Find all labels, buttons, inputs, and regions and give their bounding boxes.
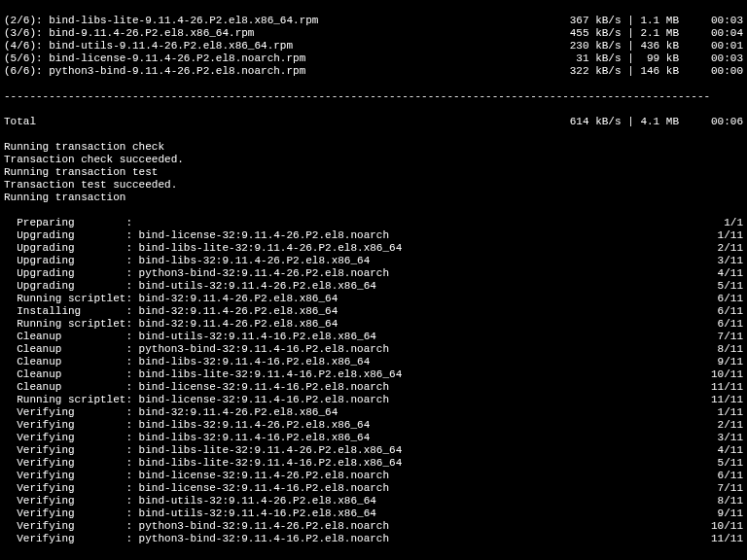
step-count: 11/11 [711,533,743,545]
step-text: Verifying : bind-libs-lite-32:9.11.4-26.… [4,444,402,457]
download-label: (6/6): python3-bind-9.11.4-26.P2.el8.noa… [4,65,305,78]
step-text: Verifying : bind-license-32:9.11.4-16.P2… [4,482,389,495]
transaction-step-row: Preparing : 1/1 [4,217,743,229]
step-text: Upgrading : bind-utils-32:9.11.4-26.P2.e… [4,280,376,293]
transaction-step-row: Verifying : bind-utils-32:9.11.4-26.P2.e… [4,495,743,508]
step-count: 1/1 [718,217,743,229]
step-count: 2/11 [711,419,743,432]
transaction-status-line: Running transaction check [4,141,743,154]
download-label: (5/6): bind-license-9.11.4-26.P2.el8.noa… [4,52,305,65]
step-text: Installing : bind-32:9.11.4-26.P2.el8.x8… [4,305,338,318]
step-count: 9/11 [711,508,743,520]
step-text: Running scriptlet: bind-license-32:9.11.… [4,394,389,406]
step-count: 1/11 [711,229,743,242]
step-count: 1/11 [711,406,743,419]
transaction-status-line: Running transaction [4,192,743,204]
transaction-step-row: Verifying : bind-libs-lite-32:9.11.4-26.… [4,444,743,457]
download-label: (2/6): bind-libs-lite-9.11.4-26.P2.el8.x… [4,15,318,27]
step-count: 7/11 [711,482,743,495]
step-text: Verifying : bind-libs-lite-32:9.11.4-16.… [4,457,402,470]
total-label: Total [4,116,36,128]
step-count: 5/11 [711,280,743,293]
step-text: Cleanup : bind-license-32:9.11.4-16.P2.e… [4,381,389,394]
step-count: 8/11 [711,343,743,356]
step-count: 2/11 [711,242,743,255]
download-stats: 230 kB/s | 436 kB 00:01 [570,40,743,52]
download-stats: 455 kB/s | 2.1 MB 00:04 [570,27,743,40]
step-count: 3/11 [711,255,743,267]
step-text: Verifying : bind-libs-32:9.11.4-26.P2.el… [4,419,370,432]
step-count: 10/11 [711,368,743,381]
transaction-step-row: Verifying : bind-32:9.11.4-26.P2.el8.x86… [4,406,743,419]
step-text: Verifying : python3-bind-32:9.11.4-26.P2… [4,520,389,533]
transaction-step-row: Verifying : bind-license-32:9.11.4-16.P2… [4,482,743,495]
download-row: (4/6): bind-utils-9.11.4-26.P2.el8.x86_6… [4,40,743,52]
step-text: Cleanup : bind-libs-lite-32:9.11.4-16.P2… [4,368,402,381]
transaction-step-row: Verifying : bind-libs-32:9.11.4-16.P2.el… [4,432,743,444]
step-count: 4/11 [711,267,743,280]
step-count: 9/11 [711,356,743,368]
step-count: 10/11 [711,520,743,533]
transaction-step-row: Verifying : python3-bind-32:9.11.4-26.P2… [4,520,743,533]
transaction-step-row: Verifying : bind-libs-lite-32:9.11.4-16.… [4,457,743,470]
total-row: Total 614 kB/s | 4.1 MB 00:06 [4,116,743,128]
transaction-step-row: Running scriptlet: bind-license-32:9.11.… [4,394,743,406]
download-row: (5/6): bind-license-9.11.4-26.P2.el8.noa… [4,52,743,65]
step-count: 6/11 [711,470,743,482]
transaction-step-row: Cleanup : bind-libs-32:9.11.4-16.P2.el8.… [4,356,743,368]
transaction-step-row: Upgrading : python3-bind-32:9.11.4-26.P2… [4,267,743,280]
transaction-status-line: Running transaction test [4,166,743,179]
download-row: (3/6): bind-9.11.4-26.P2.el8.x86_64.rpm4… [4,27,743,40]
divider-line: ----------------------------------------… [4,90,743,103]
transaction-step-row: Verifying : bind-license-32:9.11.4-26.P2… [4,470,743,482]
download-label: (4/6): bind-utils-9.11.4-26.P2.el8.x86_6… [4,40,293,52]
step-count: 6/11 [711,293,743,305]
download-label: (3/6): bind-9.11.4-26.P2.el8.x86_64.rpm [4,27,254,40]
step-text: Upgrading : python3-bind-32:9.11.4-26.P2… [4,267,389,280]
download-stats: 31 kB/s | 99 kB 00:03 [570,52,743,65]
step-text: Verifying : python3-bind-32:9.11.4-16.P2… [4,533,389,545]
step-text: Verifying : bind-utils-32:9.11.4-26.P2.e… [4,495,376,508]
step-count: 11/11 [711,394,743,406]
total-stats: 614 kB/s | 4.1 MB 00:06 [570,116,743,128]
step-count: 8/11 [711,495,743,508]
transaction-step-row: Upgrading : bind-license-32:9.11.4-26.P2… [4,229,743,242]
step-count: 6/11 [711,318,743,331]
transaction-step-row: Verifying : bind-utils-32:9.11.4-16.P2.e… [4,508,743,520]
step-text: Running scriptlet: bind-32:9.11.4-26.P2.… [4,293,338,305]
transaction-step-row: Upgrading : bind-utils-32:9.11.4-26.P2.e… [4,280,743,293]
transaction-status-line: Transaction check succeeded. [4,154,743,166]
step-count: 4/11 [711,444,743,457]
step-count: 6/11 [711,305,743,318]
transaction-step-row: Cleanup : bind-libs-lite-32:9.11.4-16.P2… [4,368,743,381]
step-text: Verifying : bind-32:9.11.4-26.P2.el8.x86… [4,406,338,419]
transaction-step-row: Upgrading : bind-libs-32:9.11.4-26.P2.el… [4,255,743,267]
step-text: Upgrading : bind-libs-32:9.11.4-26.P2.el… [4,255,370,267]
step-count: 3/11 [711,432,743,444]
step-text: Upgrading : bind-libs-lite-32:9.11.4-26.… [4,242,402,255]
step-text: Verifying : bind-utils-32:9.11.4-16.P2.e… [4,508,376,520]
transaction-status-line: Transaction test succeeded. [4,179,743,192]
step-count: 7/11 [711,331,743,343]
download-row: (2/6): bind-libs-lite-9.11.4-26.P2.el8.x… [4,15,743,27]
download-stats: 322 kB/s | 146 kB 00:00 [570,65,743,78]
terminal-output: (2/6): bind-libs-lite-9.11.4-26.P2.el8.x… [0,0,747,560]
step-text: Upgrading : bind-license-32:9.11.4-26.P2… [4,229,389,242]
step-text: Verifying : bind-license-32:9.11.4-26.P2… [4,470,389,482]
transaction-step-row: Verifying : bind-libs-32:9.11.4-26.P2.el… [4,419,743,432]
transaction-step-row: Running scriptlet: bind-32:9.11.4-26.P2.… [4,318,743,331]
transaction-step-row: Cleanup : bind-license-32:9.11.4-16.P2.e… [4,381,743,394]
step-text: Cleanup : bind-utils-32:9.11.4-16.P2.el8… [4,331,376,343]
transaction-step-row: Installing : bind-32:9.11.4-26.P2.el8.x8… [4,305,743,318]
step-text: Cleanup : bind-libs-32:9.11.4-16.P2.el8.… [4,356,370,368]
transaction-step-row: Upgrading : bind-libs-lite-32:9.11.4-26.… [4,242,743,255]
step-text: Running scriptlet: bind-32:9.11.4-26.P2.… [4,318,338,331]
step-text: Preparing : [4,217,132,229]
transaction-step-row: Cleanup : bind-utils-32:9.11.4-16.P2.el8… [4,331,743,343]
transaction-step-row: Verifying : python3-bind-32:9.11.4-16.P2… [4,533,743,545]
transaction-step-row: Cleanup : python3-bind-32:9.11.4-16.P2.e… [4,343,743,356]
step-count: 5/11 [711,457,743,470]
transaction-step-row: Running scriptlet: bind-32:9.11.4-26.P2.… [4,293,743,305]
download-row: (6/6): python3-bind-9.11.4-26.P2.el8.noa… [4,65,743,78]
download-stats: 367 kB/s | 1.1 MB 00:03 [570,15,743,27]
